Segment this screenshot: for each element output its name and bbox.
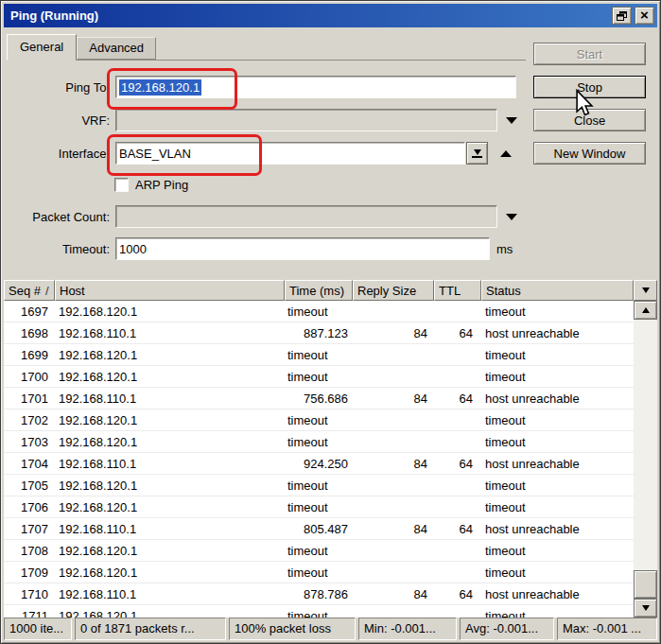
table-row[interactable]: 1707192.168.110.1805.4878464host unreach… (4, 518, 634, 540)
column-menu-button[interactable] (634, 280, 657, 301)
interface-label: Interface: (7, 147, 110, 161)
packet-count-input[interactable] (115, 205, 497, 228)
table-row[interactable]: 1702192.168.120.1timeouttimeout (4, 409, 634, 431)
col-seq-label: Seq # (9, 284, 41, 298)
cell-host: 192.168.110.1 (55, 587, 285, 601)
table-row[interactable]: 1706192.168.120.1timeouttimeout (4, 496, 634, 518)
table-row[interactable]: 1708192.168.120.1timeouttimeout (4, 540, 634, 562)
droplist-arrow-icon (474, 149, 481, 155)
cell-seq: 1702 (4, 413, 55, 427)
cell-reply: 84 (353, 522, 434, 536)
cell-seq: 1700 (4, 370, 55, 384)
packet-count-dropdown-icon[interactable] (506, 214, 517, 220)
status-packets-received: 0 of 1871 packets r... (75, 618, 226, 640)
arp-ping-checkbox[interactable] (114, 178, 129, 192)
cell-ttl: 64 (434, 457, 481, 471)
collapse-up-icon[interactable] (500, 150, 512, 157)
ping-to-row: Ping To: 192.168.120.1 (7, 76, 516, 98)
cell-seq: 1704 (4, 457, 55, 471)
status-packet-loss: 100% packet loss (229, 618, 356, 640)
cell-time: timeout (285, 609, 353, 618)
window-title: Ping (Running) (10, 9, 609, 23)
col-reply-size[interactable]: Reply Size (353, 280, 434, 301)
cell-time: timeout (285, 479, 353, 493)
cell-status: timeout (481, 435, 634, 449)
vrf-row: VRF: (7, 109, 517, 131)
ping-to-input[interactable]: 192.168.120.1 (115, 76, 516, 98)
cell-seq: 1707 (4, 522, 55, 536)
cell-ttl: 64 (434, 326, 481, 340)
cell-time: 756.686 (285, 392, 353, 406)
cell-ttl: 64 (434, 587, 481, 601)
interface-droplist-button[interactable] (466, 142, 488, 165)
col-time[interactable]: Time (ms) (285, 280, 353, 301)
cell-status: timeout (481, 348, 634, 362)
col-seq[interactable]: Seq # / (4, 280, 55, 301)
table-row[interactable]: 1710192.168.110.1878.7868464host unreach… (4, 583, 634, 605)
cell-reply: 84 (353, 326, 434, 340)
titlebar[interactable]: Ping (Running) × (4, 4, 657, 27)
cell-host: 192.168.120.1 (55, 479, 285, 493)
cell-host: 192.168.110.1 (55, 392, 285, 406)
col-host[interactable]: Host (55, 280, 285, 301)
cell-ttl: 64 (434, 392, 481, 406)
tab-general[interactable]: General (7, 34, 77, 61)
cell-time: timeout (285, 566, 353, 580)
vrf-input[interactable] (115, 109, 497, 131)
table-row[interactable]: 1697192.168.120.1timeouttimeout (4, 301, 634, 322)
cell-ttl: 64 (434, 522, 481, 536)
vrf-label: VRF: (7, 113, 110, 128)
cell-seq: 1705 (4, 479, 55, 493)
scroll-up-button[interactable] (634, 301, 657, 320)
cell-seq: 1698 (4, 326, 55, 340)
tab-advanced[interactable]: Advanced (77, 37, 156, 60)
table-row[interactable]: 1701192.168.110.1756.6868464host unreach… (4, 388, 634, 409)
table-row[interactable]: 1700192.168.120.1timeouttimeout (4, 366, 634, 388)
restore-button[interactable] (612, 7, 632, 25)
cell-time: 878.786 (285, 587, 353, 601)
cell-status: timeout (481, 566, 634, 580)
cell-host: 192.168.120.1 (55, 370, 285, 384)
timeout-row: Timeout: 1000 ms (7, 237, 513, 260)
ping-results-body: 1697192.168.120.1timeouttimeout1698192.1… (4, 301, 634, 618)
table-row[interactable]: 1703192.168.120.1timeouttimeout (4, 431, 634, 453)
vrf-dropdown-icon[interactable] (506, 117, 517, 124)
status-max: Max: -0.001 ... (557, 618, 657, 640)
col-status[interactable]: Status (481, 280, 634, 301)
cell-host: 192.168.120.1 (55, 544, 285, 558)
cell-seq: 1706 (4, 500, 55, 514)
close-window-button[interactable]: × (635, 7, 654, 25)
cell-host: 192.168.110.1 (55, 457, 285, 471)
close-button[interactable]: Close (533, 109, 646, 131)
results-table: Seq # / Host Time (ms) Reply Size TTL St… (4, 280, 657, 618)
table-row[interactable]: 1711192.168.120.1timeouttimeout (4, 605, 634, 618)
vertical-scrollbar[interactable] (634, 301, 657, 618)
col-ttl[interactable]: TTL (434, 280, 481, 301)
cell-host: 192.168.120.1 (55, 435, 285, 449)
cell-time: timeout (285, 435, 353, 449)
stop-button[interactable]: Stop (533, 76, 646, 98)
scroll-down-icon (642, 605, 650, 611)
table-row[interactable]: 1698192.168.110.1887.1238464host unreach… (4, 322, 634, 344)
table-row[interactable]: 1704192.168.110.1924.2508464host unreach… (4, 453, 634, 475)
cell-status: timeout (481, 479, 634, 493)
interface-input[interactable]: BASE_VLAN (115, 142, 465, 165)
cell-status: timeout (481, 370, 634, 384)
table-row[interactable]: 1709192.168.120.1timeouttimeout (4, 562, 634, 583)
cell-host: 192.168.110.1 (55, 326, 285, 340)
scroll-down-button[interactable] (634, 599, 657, 618)
arp-ping-row: ARP Ping (114, 177, 188, 192)
scroll-thumb[interactable] (634, 570, 657, 599)
cell-status: timeout (481, 544, 634, 558)
cell-host: 192.168.120.1 (55, 305, 285, 319)
timeout-input[interactable]: 1000 (115, 237, 490, 260)
table-row[interactable]: 1705192.168.120.1timeouttimeout (4, 475, 634, 496)
restore-icon (617, 11, 627, 21)
ping-window: Ping (Running) × General Advanced Ping T… (0, 0, 661, 644)
cell-status: timeout (481, 500, 634, 514)
packet-count-label: Packet Count: (7, 210, 110, 224)
table-row[interactable]: 1699192.168.120.1timeouttimeout (4, 344, 634, 366)
cell-seq: 1711 (4, 609, 55, 618)
packet-count-row: Packet Count: (7, 205, 517, 228)
new-window-button[interactable]: New Window (533, 142, 646, 165)
